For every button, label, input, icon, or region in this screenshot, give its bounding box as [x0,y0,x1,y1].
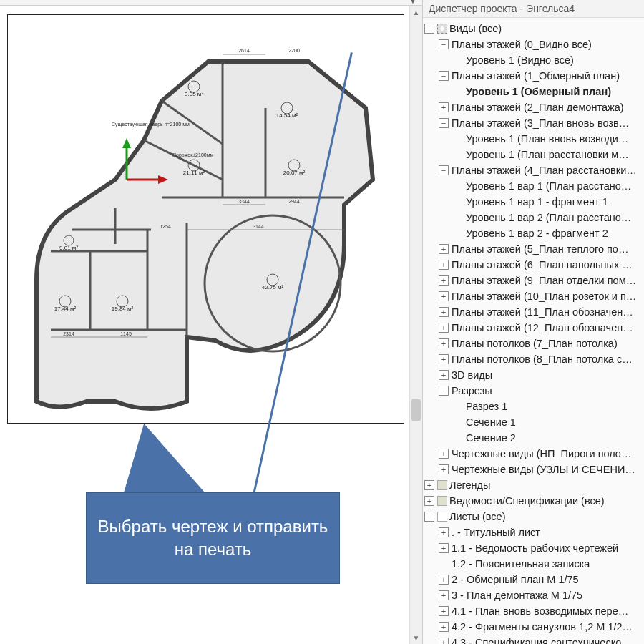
collapse-icon[interactable]: − [439,165,449,175]
expand-icon[interactable]: + [439,527,449,537]
scroll-down-icon[interactable]: ▼ [410,631,422,644]
tree-sheet-item[interactable]: +4.1 - План вновь возводимых пере… [424,603,644,619]
expand-icon[interactable]: + [439,354,449,364]
tree-sheet-item[interactable]: +. - Титульный лист [424,525,644,540]
tree-item-label[interactable]: Уровень 1 (План вновь возводи… [466,131,628,147]
tree-item[interactable]: Сечение 1 [424,414,644,430]
expand-icon[interactable]: + [439,370,449,380]
tree-item-label[interactable]: Разрезы [452,383,492,399]
tree-item-label[interactable]: 4.3 - Спецификация сантехническо… [452,635,632,644]
tree-item-label[interactable]: Ведомости/Спецификации (все) [449,493,605,509]
project-browser-panel[interactable]: Диспетчер проекта - Энгельса4 −Виды (все… [422,0,644,644]
expand-icon[interactable]: + [439,606,449,616]
tree-item-label[interactable]: 4.1 - План вновь возводимых пере… [452,603,628,619]
tree-item-label[interactable]: Уровень 1 (План расстановки м… [466,147,629,162]
tree-item-label[interactable]: Планы этажей (5_План теплого по… [452,241,628,257]
tree-sheet-item[interactable]: +1.1 - Ведомость рабочих чертежей [424,540,644,556]
tree-category[interactable]: +Планы потолков (8_План потолка с… [424,351,644,367]
tree-item-label[interactable]: 3D виды [452,367,492,383]
tree-category[interactable]: −Планы этажей (0_Видно все) [424,36,644,52]
tree-item-label[interactable]: Уровень 1 вар 2 (План расстано… [466,210,631,225]
options-dropdown-icon[interactable]: ▼ [409,0,416,5]
tree-item[interactable]: Сечение 2 [424,430,644,446]
tree-item-label[interactable]: Виды (все) [449,21,502,36]
tree-category[interactable]: +Планы этажей (5_План теплого по… [424,241,644,257]
tree-category[interactable]: +Чертежные виды (НП_Пироги поло… [424,446,644,462]
expand-icon[interactable]: + [439,638,449,644]
view-canvas[interactable]: ▼ [0,0,422,644]
tree-category[interactable]: −Планы этажей (3_План вновь возв… [424,115,644,131]
expand-icon[interactable]: + [439,260,449,270]
tree-schedules[interactable]: +Ведомости/Спецификации (все) [424,493,644,509]
scroll-up-icon[interactable]: ▲ [410,6,422,19]
tree-item-label[interactable]: Чертежные виды (УЗЛЫ И СЕЧЕНИ… [452,462,635,477]
tree-item[interactable]: Уровень 1 вар 2 - фрагмент 2 [424,225,644,241]
tree-item-label[interactable]: Планы потолков (8_План потолка с… [452,351,633,367]
tree-item-label[interactable]: Чертежные виды (НП_Пироги поло… [452,446,631,462]
tree-item-label[interactable]: Листы (все) [449,509,505,525]
tree-item-label[interactable]: Разрез 1 [466,399,507,414]
tree-item-label[interactable]: Планы этажей (11_План обозначен… [452,304,633,320]
expand-icon[interactable]: + [439,590,449,600]
tree-category[interactable]: +Планы потолков (7_План потолка) [424,336,644,351]
tree-root-views[interactable]: −Виды (все) [424,21,644,36]
tree-item-label[interactable]: Сечение 1 [466,414,516,430]
expand-icon[interactable]: + [439,102,449,112]
collapse-icon[interactable]: − [424,24,434,34]
expand-icon[interactable]: + [439,543,449,553]
tree-item-label[interactable]: Планы этажей (6_План напольных … [452,257,633,273]
tree-item-label[interactable]: Планы этажей (4_План расстановки… [452,162,637,178]
collapse-icon[interactable]: − [424,512,434,522]
tree-item[interactable]: Уровень 1 (План расстановки м… [424,147,644,162]
tree-item-label[interactable]: Планы этажей (1_Обмерный план) [452,68,620,84]
tree-sheet-item[interactable]: 1.2 - Пояснительная записка [424,556,644,572]
tree-item[interactable]: Уровень 1 вар 2 (План расстано… [424,210,644,225]
expand-icon[interactable]: + [439,307,449,317]
tree-category[interactable]: +Планы этажей (10_План розеток и п… [424,288,644,304]
expand-icon[interactable]: + [439,244,449,254]
expand-icon[interactable]: + [424,496,434,506]
tree-item-label[interactable]: Легенды [449,477,491,493]
tree-item-label[interactable]: Планы этажей (0_Видно все) [452,36,592,52]
tree-category[interactable]: −Планы этажей (1_Обмерный план) [424,68,644,84]
tree-category[interactable]: +Планы этажей (12_План обозначен… [424,320,644,336]
tree-legends[interactable]: +Легенды [424,477,644,493]
collapse-icon[interactable]: − [439,39,449,49]
tree-item[interactable]: Уровень 1 вар 1 (План расстано… [424,178,644,194]
scroll-thumb[interactable] [411,399,421,421]
tree-item-label[interactable]: Планы потолков (7_План потолка) [452,336,618,351]
expand-icon[interactable]: + [439,338,449,348]
tree-item-label[interactable]: Уровень 1 вар 1 - фрагмент 1 [466,194,608,210]
tree-item-label[interactable]: Уровень 1 (Обмерный план) [466,84,611,99]
tree-category[interactable]: −Разрезы [424,383,644,399]
tree-category[interactable]: +Планы этажей (11_План обозначен… [424,304,644,320]
tree-item-label[interactable]: Планы этажей (12_План обозначен… [452,320,633,336]
tree-item-label[interactable]: . - Титульный лист [452,525,540,540]
tree-item-label[interactable]: 1.1 - Ведомость рабочих чертежей [452,540,618,556]
expand-icon[interactable]: + [439,622,449,632]
tree-item-label[interactable]: Планы этажей (10_План розеток и п… [452,288,636,304]
tree-category[interactable]: +Планы этажей (6_План напольных … [424,257,644,273]
collapse-icon[interactable]: − [439,71,449,81]
project-tree[interactable]: −Виды (все)−Планы этажей (0_Видно все)Ур… [423,18,644,644]
tree-item-label[interactable]: Сечение 2 [466,430,516,446]
canvas-scrollbar[interactable]: ▲ ▼ [409,6,422,644]
expand-icon[interactable]: + [439,275,449,286]
tree-category[interactable]: +Чертежные виды (УЗЛЫ И СЕЧЕНИ… [424,462,644,477]
tree-category[interactable]: +Планы этажей (9_План отделки пом… [424,273,644,288]
collapse-icon[interactable]: − [439,386,449,396]
tree-item[interactable]: Уровень 1 (План вновь возводи… [424,131,644,147]
tree-item-label[interactable]: Планы этажей (2_План демонтажа) [452,99,624,115]
tree-item-label[interactable]: 4.2 - Фрагменты санузлов 1,2 М 1/2… [452,619,633,635]
tree-item-label[interactable]: Планы этажей (3_План вновь возв… [452,115,629,131]
expand-icon[interactable]: + [424,480,434,490]
tree-item-label[interactable]: 2 - Обмерный план М 1/75 [452,572,579,587]
expand-icon[interactable]: + [439,449,449,459]
tree-item-label[interactable]: Планы этажей (9_План отделки пом… [452,273,636,288]
tree-item[interactable]: Разрез 1 [424,399,644,414]
tree-sheet-item[interactable]: +2 - Обмерный план М 1/75 [424,572,644,587]
tree-sheet-item[interactable]: +4.2 - Фрагменты санузлов 1,2 М 1/2… [424,619,644,635]
tree-sheets[interactable]: −Листы (все) [424,509,644,525]
expand-icon[interactable]: + [439,323,449,333]
tree-item[interactable]: Уровень 1 (Видно все) [424,52,644,68]
